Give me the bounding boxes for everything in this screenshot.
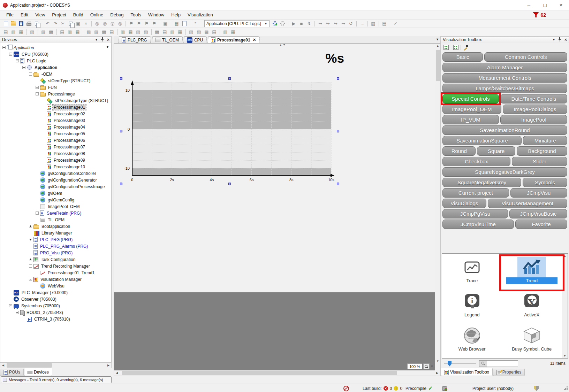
icon-size-slider[interactable] xyxy=(444,363,476,364)
toolbox-vertical-scrollbar[interactable]: ▲ ▼ xyxy=(562,254,568,358)
background-image-icon[interactable]: ▤ xyxy=(108,28,115,36)
device-tree[interactable]: ▼ ApplicationCPUCPU (705003)PLC LogicApp… xyxy=(0,43,112,363)
find-icon[interactable]: ◎ xyxy=(93,20,101,27)
category-basic[interactable]: Basic xyxy=(442,52,483,62)
clear-bookmarks-icon[interactable]: ⚑ xyxy=(151,20,158,27)
tree-item-ctr04-3-705010-[interactable]: CTR04_3 (705010) xyxy=(0,316,111,322)
category-squarenegativedarkgrey[interactable]: SquareNegativeDarkGrey xyxy=(442,167,567,177)
tree-item-rou01-2-705043-[interactable]: ROU01_2 (705043) xyxy=(0,309,111,316)
frame-element-icon[interactable]: ▧ xyxy=(29,28,36,36)
scrollbar-thumb[interactable] xyxy=(7,363,52,368)
collapse-icon[interactable] xyxy=(2,46,6,49)
category-imagepooldialogs[interactable]: ImagePoolDialogs xyxy=(503,105,567,114)
send-to-back-icon[interactable]: ▤ xyxy=(211,28,218,36)
category-lamps-switches-bitmaps[interactable]: Lamps/Switches/Bitmaps xyxy=(442,84,567,93)
imagepool-add-icon[interactable] xyxy=(453,45,458,50)
distribute-v-equal-icon[interactable]: ▦ xyxy=(176,28,184,36)
replace-icon[interactable]: ◎ xyxy=(116,20,124,27)
tree-item-processimage02[interactable]: ProcessImage02 xyxy=(0,110,111,117)
menu-view[interactable]: View xyxy=(32,10,48,19)
build-icon[interactable]: * xyxy=(192,20,199,27)
visualization-canvas[interactable]: ▲▼ 02s4s6s8s10s100-10 %s 100 % ▼ ▲ ▼ xyxy=(114,44,440,370)
tree-item-library-manager[interactable]: Library Manager xyxy=(0,230,111,236)
tree-item-gvlconfigurationprocessimage[interactable]: gvlConfigurationProcessImage xyxy=(0,183,111,190)
tree-item-processimage05[interactable]: ProcessImage05 xyxy=(0,130,111,137)
toolbox-search-input[interactable] xyxy=(487,360,518,367)
category-jcmppgvisu[interactable]: JCmpPgVisu xyxy=(442,209,508,218)
select-frame-icon[interactable]: ▤ xyxy=(2,28,9,36)
minimize-button[interactable]: – xyxy=(521,0,537,10)
expand-icon[interactable] xyxy=(29,238,32,241)
stop-icon[interactable]: ■ xyxy=(298,20,305,27)
category-date-time-controls[interactable]: Date/Time Controls xyxy=(500,94,567,103)
tree-item-processimage07[interactable]: ProcessImage07 xyxy=(0,144,111,150)
category-jcmpvisutime[interactable]: JCmpVisuTime xyxy=(442,220,514,229)
category-visudialogs[interactable]: VisuDialogs xyxy=(442,199,486,208)
incremental-search-icon[interactable]: ◎ xyxy=(101,20,108,27)
tree-item-systembus-705000-[interactable]: Systembus (705000) xyxy=(0,302,111,309)
close-panel-icon[interactable]: × xyxy=(107,38,109,41)
collapse-icon[interactable] xyxy=(16,311,19,314)
menu-visualization[interactable]: Visualization xyxy=(184,10,217,19)
category-round[interactable]: Round xyxy=(442,146,476,156)
run-to-cursor-icon[interactable]: ↪ xyxy=(340,20,347,27)
show-next-statement-icon[interactable]: → xyxy=(358,20,366,27)
step-out-icon[interactable]: ↪ xyxy=(332,20,339,27)
collapse-icon[interactable] xyxy=(9,304,12,307)
copy-icon[interactable] xyxy=(67,20,74,27)
tree-item-gvloemconfig[interactable]: gvlOemConfig xyxy=(0,197,111,203)
tree-item-processimage01[interactable]: ProcessImage01 xyxy=(0,104,111,110)
scroll-right-icon[interactable]: ▶ xyxy=(106,363,111,368)
tab-list-dropdown-icon[interactable]: ▼ xyxy=(436,38,439,41)
tab-visualization-toolbox[interactable]: Visualization Toolbox xyxy=(441,368,493,376)
size-grow-icon[interactable]: ▧ xyxy=(135,28,142,36)
new-pou-icon[interactable] xyxy=(181,20,188,27)
slider-thumb[interactable] xyxy=(448,361,452,367)
message-filter-badge[interactable]: 62 xyxy=(533,12,546,18)
devices-panel-header[interactable]: Devices ▾ × xyxy=(0,36,112,43)
align-center-icon[interactable]: ▥ xyxy=(66,28,74,36)
tree-item-cpu-705003-[interactable]: CPUCPU (705003) xyxy=(0,51,111,57)
tree-item-observer-705003-[interactable]: Observer (705003) xyxy=(0,296,111,302)
size-height-icon[interactable]: ▦ xyxy=(127,28,134,36)
step-over-icon[interactable]: ↪ xyxy=(317,20,324,27)
bring-to-front-icon[interactable]: ▧ xyxy=(188,28,195,36)
menu-project[interactable]: Project xyxy=(48,10,69,19)
align-left-icon[interactable]: ▤ xyxy=(59,28,66,36)
panel-menu-icon[interactable]: ▾ xyxy=(96,38,97,41)
multiselect-off-icon[interactable]: ▦ xyxy=(229,28,237,36)
tree-item-trend-recording-manager[interactable]: Trend Recording Manager xyxy=(0,263,111,269)
flow-control-icon[interactable]: ▧ xyxy=(370,20,377,27)
panel-menu-icon[interactable]: ▾ xyxy=(553,38,555,41)
category-jcmpvisu[interactable]: JCmpVisu xyxy=(510,188,567,198)
tree-item-prg-visu-prg-[interactable]: PRG_Visu (PRG) xyxy=(0,249,111,256)
tree-item-processimage04[interactable]: ProcessImage04 xyxy=(0,124,111,130)
editor-tab-cpu[interactable]: CPUCPU xyxy=(183,36,207,43)
active-application-combo[interactable]: Application [CPU: PLC Logic]▼ xyxy=(204,20,270,27)
size-shrink-icon[interactable]: ▨ xyxy=(142,28,150,36)
tree-item-plc-logic[interactable]: PLC Logic xyxy=(0,57,111,64)
align-middle-icon[interactable]: ▨ xyxy=(93,28,100,36)
category-background[interactable]: Background xyxy=(517,146,567,156)
messages-bar[interactable]: Messages - Total 0 error(s), 0 warning(s… xyxy=(1,376,112,383)
selection-handle-sw[interactable] xyxy=(120,183,122,185)
editor-horizontal-scrollbar[interactable]: ◀ ▶ xyxy=(114,370,440,376)
menu-online[interactable]: Online xyxy=(87,10,107,19)
color-grid-icon[interactable]: ▦ xyxy=(17,28,25,36)
build-toolbox-icon[interactable] xyxy=(463,45,469,50)
tree-item--oem[interactable]: -OEM xyxy=(0,71,111,77)
reset-warm-icon[interactable]: ↺ xyxy=(347,20,355,27)
step-into-icon[interactable]: ↪ xyxy=(324,20,332,27)
toolbox-item-web-browser[interactable]: Web Browser xyxy=(442,324,502,358)
selection-handle-s[interactable] xyxy=(228,183,231,185)
paste-icon[interactable]: ▣ xyxy=(75,20,82,27)
category-visuusermanagement[interactable]: VisuUserManagement xyxy=(488,199,567,208)
redo-icon[interactable]: ↷ xyxy=(52,20,59,27)
zoom-tool-icon[interactable] xyxy=(423,363,430,369)
maximize-button[interactable]: □ xyxy=(537,0,553,10)
send-backward-icon[interactable]: ▩ xyxy=(203,28,210,36)
undo-icon[interactable]: ↶ xyxy=(44,20,51,27)
tree-item-visualization-manager[interactable]: Visualization Manager xyxy=(0,276,111,283)
tree-item-stoemtype-struct-[interactable]: stOemType (STRUCT) xyxy=(0,77,111,84)
menu-debug[interactable]: Debug xyxy=(107,10,127,19)
